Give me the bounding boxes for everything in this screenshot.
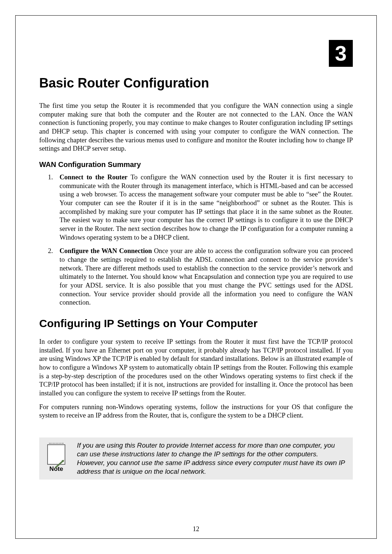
list-text: To configure the WAN connection used by … (60, 174, 353, 241)
list-number: 2. (48, 247, 53, 256)
note-callout: Note If you are using this Router to pro… (39, 437, 353, 480)
page-content: 3 Basic Router Configuration The first t… (39, 36, 353, 518)
chapter-title: Basic Router Configuration (39, 76, 353, 91)
list-lead: Configure the WAN Connection (60, 247, 152, 254)
wan-item-1: 1. Connect to the Router To configure th… (60, 173, 353, 242)
notepad-icon (47, 444, 65, 465)
ip-config-para-2: For computers running non-Windows operat… (39, 403, 353, 420)
note-text: If you are using this Router to provide … (77, 441, 346, 476)
list-lead: Connect to the Router (60, 174, 127, 181)
note-icon-wrap: Note (47, 444, 65, 473)
wan-item-2: 2. Configure the WAN Connection Once you… (60, 247, 353, 307)
wan-summary-heading: WAN Configuration Summary (39, 160, 353, 169)
chapter-number-badge: 3 (329, 40, 353, 67)
ip-config-heading: Configuring IP Settings on Your Computer (39, 317, 353, 330)
chapter-intro-paragraph: The first time you setup the Router it i… (39, 102, 353, 153)
list-number: 1. (48, 173, 53, 182)
wan-summary-list: 1. Connect to the Router To configure th… (39, 173, 353, 307)
ip-config-para-1: In order to configure your system to rec… (39, 338, 353, 398)
list-text: Once your are able to access the configu… (60, 247, 353, 306)
page-number: 12 (0, 525, 392, 533)
